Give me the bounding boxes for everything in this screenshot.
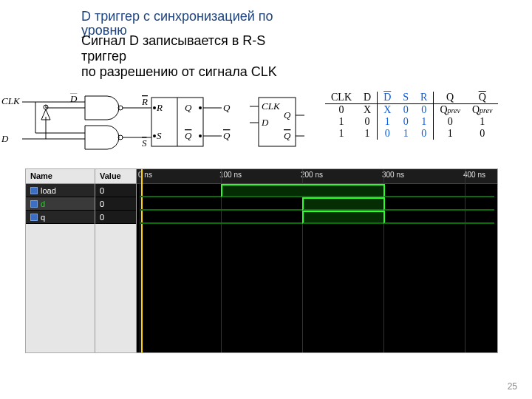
rs-qbar: Q [185, 130, 192, 141]
signal-row[interactable]: d [26, 197, 95, 211]
body-line: триггер [81, 49, 399, 64]
out-qbar: Q [223, 130, 231, 141]
th-s: S [397, 92, 415, 104]
out-q: Q [223, 102, 231, 113]
body-line: по разрешению от сигнала CLK [81, 64, 399, 80]
signal-row[interactable]: q [26, 211, 95, 224]
truth-table: CLK D D S R Q 0 X X 0 0 Qprev Qprev 1 0 … [325, 92, 498, 140]
label-s: S [142, 137, 147, 149]
label-d: D [1, 133, 9, 144]
svg-point-16 [199, 106, 202, 109]
waveform-canvas[interactable]: 0 ns 100 ns 200 ns 300 ns 400 ns [137, 169, 497, 352]
svg-point-15 [153, 134, 156, 137]
page-number: 25 [508, 381, 517, 392]
value-cell: 0 [95, 184, 136, 197]
svg-point-17 [199, 134, 202, 137]
sym-clk: CLK [262, 100, 281, 112]
tt-row: 0 X X 0 0 Qprev Qprev [325, 104, 498, 117]
th-d: D [358, 92, 378, 104]
wave-d [137, 197, 497, 211]
sym-qbar: Q [284, 130, 291, 141]
th-clk: CLK [325, 92, 358, 104]
th-qbar [479, 92, 486, 103]
slide-heading: D триггер с синхронизацией по уровню Сиг… [81, 9, 399, 79]
label-dbar: D [69, 93, 78, 104]
title-line: D триггер с синхронизацией по [81, 9, 399, 24]
sig-icon [30, 187, 38, 194]
value-cell: 0 [95, 211, 136, 224]
th-q: Q [434, 92, 466, 104]
signal-value-column: Value 0 0 0 [95, 169, 137, 352]
rs-q: Q [185, 102, 192, 113]
tt-row: 1 1 0 1 0 1 0 [325, 128, 498, 140]
tt-row: 1 0 1 0 1 0 1 [325, 116, 498, 128]
wave-load [137, 184, 497, 197]
signal-name-column: Name load d q [26, 169, 95, 352]
sym-d: D [261, 117, 269, 128]
wave-q [137, 211, 497, 224]
label-r: R [141, 96, 148, 107]
sym-q: Q [284, 109, 291, 120]
th-r: R [415, 92, 434, 104]
th-dbar: D [383, 92, 391, 103]
svg-point-14 [153, 106, 156, 109]
sig-icon [30, 200, 38, 208]
rs-s: S [157, 130, 162, 141]
value-cell: 0 [95, 197, 136, 211]
name-header[interactable]: Name [26, 169, 95, 184]
waveform-viewer: Name load d q Value 0 0 0 0 ns 100 ns 20… [25, 168, 498, 353]
rs-r: R [156, 102, 163, 113]
sig-icon [30, 214, 38, 221]
value-header[interactable]: Value [95, 169, 136, 184]
time-ruler: 0 ns 100 ns 200 ns 300 ns 400 ns [137, 169, 497, 184]
label-clk: CLK [1, 95, 21, 106]
signal-row[interactable]: load [26, 184, 95, 197]
body-line: Сигнал D записывается в R-S [81, 33, 399, 49]
